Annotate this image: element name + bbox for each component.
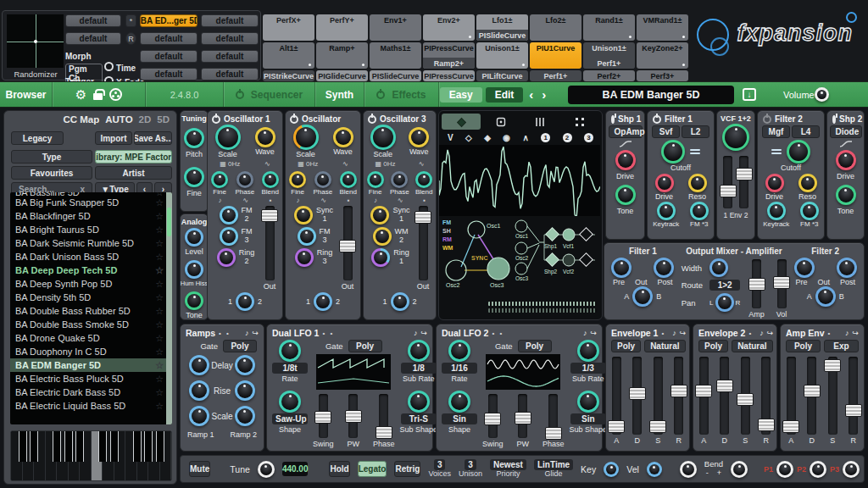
preset-row[interactable]: BA Bright Taurus 5D☆ bbox=[10, 223, 172, 236]
slider-thumb[interactable] bbox=[608, 420, 625, 433]
perf-p2-knob[interactable] bbox=[810, 461, 826, 478]
lfo-tempo-icon[interactable]: ♪ bbox=[414, 329, 418, 337]
preset-row[interactable]: BA Electric Bass Pluck 5D☆ bbox=[10, 372, 172, 385]
shp1-mode-button[interactable]: OpAmp bbox=[609, 125, 643, 138]
mod-source-cell[interactable]: Unison1± bbox=[476, 42, 528, 69]
filter1-slope-button[interactable]: L2 bbox=[682, 125, 709, 138]
ramp2-rise-knob[interactable] bbox=[235, 380, 255, 401]
osc-out-slider[interactable] bbox=[343, 206, 353, 280]
tab-mod-matrix[interactable] bbox=[481, 114, 520, 130]
ramp1-delay-knob[interactable] bbox=[189, 355, 209, 375]
preset-row[interactable]: BA Duophony In C 5D☆ bbox=[10, 345, 172, 358]
lfo-sub-shape-value[interactable]: Tri-S bbox=[401, 413, 437, 424]
osc-blend-knob[interactable] bbox=[340, 171, 357, 188]
slider-thumb[interactable] bbox=[649, 420, 666, 433]
osc-wave-knob[interactable] bbox=[409, 127, 429, 147]
osc-pan-knob[interactable] bbox=[314, 292, 332, 311]
preset-row[interactable]: BA Double Bass Smoke 5D☆ bbox=[10, 318, 172, 331]
lfo-phase-slider[interactable] bbox=[548, 394, 558, 438]
lfo-loop-icon[interactable]: ↪ bbox=[420, 329, 427, 337]
cc-map-label[interactable]: CC Map bbox=[63, 114, 99, 125]
mod-source-cell[interactable]: Unison1±Perf1+ bbox=[583, 42, 635, 69]
lfo-pw-slider[interactable] bbox=[518, 394, 527, 438]
filter1-pre-knob[interactable] bbox=[611, 258, 632, 278]
slider-thumb[interactable] bbox=[339, 240, 356, 252]
ramps-tempo-icon[interactable]: ♪ bbox=[245, 329, 249, 337]
mod-source-cell[interactable]: PIStrikeCurve bbox=[263, 70, 314, 81]
snapshot-slot[interactable]: default bbox=[201, 14, 259, 27]
mod-source-cell[interactable]: Env1+ bbox=[370, 14, 421, 41]
lfo-sub-shape-knob[interactable] bbox=[577, 391, 599, 413]
osc-scale-knob[interactable] bbox=[293, 125, 319, 150]
env-tempo-icon[interactable]: ♪ bbox=[672, 329, 676, 337]
slider-thumb[interactable] bbox=[748, 278, 765, 291]
import-button[interactable]: Import bbox=[95, 131, 132, 145]
save-preset-icon[interactable]: ↓ bbox=[743, 88, 756, 101]
osc-power-icon[interactable] bbox=[212, 115, 220, 124]
filter1-post-knob[interactable] bbox=[654, 258, 674, 278]
preset-scrollbar[interactable] bbox=[166, 192, 172, 424]
preset-scrollbar-thumb[interactable] bbox=[167, 208, 171, 236]
preset-row[interactable]: BA Electric Dark Bass 5D☆ bbox=[10, 385, 172, 399]
preset-row[interactable]: BA Dark Seismic Rumble 5D☆ bbox=[10, 236, 172, 250]
filter2-drive-knob[interactable] bbox=[765, 174, 784, 192]
auto-label[interactable]: AUTO bbox=[105, 114, 132, 125]
env-mode-button[interactable]: Natural bbox=[644, 340, 685, 352]
filter2-pre-knob[interactable] bbox=[794, 258, 815, 278]
ramp1-rise-knob[interactable] bbox=[189, 380, 209, 401]
preset-row[interactable]: BA Bassline 5D☆ bbox=[10, 192, 172, 196]
osc-phase-knob[interactable] bbox=[314, 171, 331, 188]
snapshot-slot[interactable]: default bbox=[201, 68, 259, 80]
env-loop-icon[interactable]: ↪ bbox=[767, 329, 774, 337]
osc-mod-sync-knob[interactable] bbox=[294, 206, 313, 225]
snapshot-slot[interactable]: default bbox=[201, 50, 259, 63]
scope-num-icon[interactable]: 1 bbox=[541, 133, 550, 142]
osc-mod-ring-knob[interactable] bbox=[295, 248, 314, 267]
favourite-star-icon[interactable]: ☆ bbox=[155, 192, 164, 196]
lfo-rate-knob[interactable] bbox=[279, 340, 301, 362]
vcf-cutoff-knob[interactable] bbox=[722, 124, 749, 151]
effects-power-icon[interactable] bbox=[376, 91, 385, 99]
mod-source-cell[interactable]: PIU1Curve bbox=[530, 42, 581, 69]
hold-button[interactable]: Hold bbox=[329, 461, 349, 477]
filter2-keytrack-knob[interactable] bbox=[767, 202, 786, 220]
mod-source-cell[interactable]: Perf1+ bbox=[530, 70, 581, 81]
osc-mod-sync-knob[interactable] bbox=[370, 206, 389, 225]
effects-tab[interactable]: Effects bbox=[364, 82, 439, 107]
lfo-sub-shape-knob[interactable] bbox=[408, 391, 430, 413]
favourite-star-icon[interactable]: ☆ bbox=[155, 347, 164, 358]
mod-source-cell[interactable]: Env2+ bbox=[423, 14, 475, 41]
mod-source-cell[interactable]: Ramp+ bbox=[316, 42, 368, 69]
ramps-loop-icon[interactable]: ↪ bbox=[252, 329, 259, 337]
scope-icon[interactable]: V bbox=[448, 133, 453, 142]
shp2-mode-button[interactable]: Diode bbox=[830, 125, 862, 138]
filter2-slope-button[interactable]: L4 bbox=[792, 125, 820, 138]
width-knob[interactable] bbox=[709, 258, 728, 277]
osc-mod-wm-knob[interactable] bbox=[373, 227, 392, 246]
preset-row[interactable]: BA Deep Deep Tech 5D☆ bbox=[10, 263, 172, 277]
shp2-drive-knob[interactable] bbox=[836, 150, 856, 170]
filter1-keytrack-knob[interactable] bbox=[657, 202, 676, 220]
osc-fine-knob[interactable] bbox=[289, 171, 306, 188]
piano-black-key[interactable] bbox=[30, 431, 38, 462]
mod-source-cell[interactable]: PerfY+ bbox=[316, 14, 368, 41]
piano-black-key[interactable] bbox=[53, 431, 61, 462]
scope-icon[interactable]: ◉ bbox=[503, 133, 510, 142]
osc-wave-knob[interactable] bbox=[333, 127, 353, 147]
mode-5d-label[interactable]: 5D bbox=[157, 114, 170, 125]
preview-keyboard[interactable] bbox=[10, 430, 172, 481]
shp1-tone-knob[interactable] bbox=[615, 185, 636, 205]
mod-source-cell[interactable]: PILiftCurve bbox=[476, 70, 528, 81]
bend-down-knob[interactable] bbox=[680, 461, 697, 478]
volume-knob[interactable] bbox=[815, 87, 829, 102]
lfo-loop-icon[interactable]: ↪ bbox=[590, 329, 597, 337]
legato-button[interactable]: Legato bbox=[358, 461, 387, 477]
slider-thumb[interactable] bbox=[758, 419, 775, 431]
osc-fine-knob[interactable] bbox=[367, 171, 384, 188]
lfo-shape-value[interactable]: Saw-Up bbox=[272, 413, 308, 424]
snapshot-slot[interactable]: default bbox=[65, 32, 121, 45]
osc-phase-knob[interactable] bbox=[236, 171, 253, 188]
sequencer-power-icon[interactable] bbox=[236, 91, 244, 99]
slider-thumb[interactable] bbox=[629, 387, 646, 400]
browser-tab[interactable]: Browser bbox=[0, 82, 53, 107]
